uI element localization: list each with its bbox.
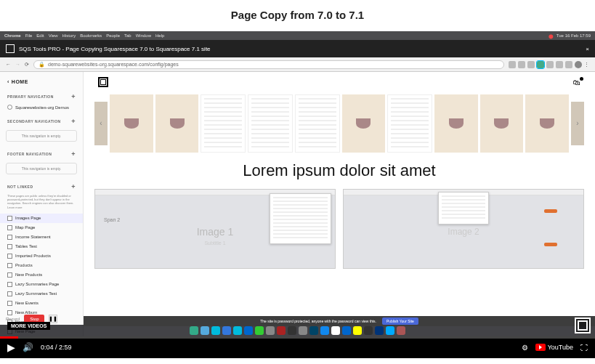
gallery-tile[interactable] <box>480 94 524 153</box>
gallery-tile[interactable] <box>248 94 293 153</box>
dock-app-icon[interactable] <box>309 326 318 335</box>
menubar-item[interactable]: File <box>25 33 33 38</box>
ext-icon[interactable] <box>565 61 572 68</box>
address-bar[interactable]: 🔒 demo-squarewebsites-org.squarespace.co… <box>33 60 504 69</box>
sidebar-item[interactable]: Imported Products <box>0 251 83 261</box>
dock-app-icon[interactable] <box>277 326 286 335</box>
dock-app-icon[interactable] <box>244 326 253 335</box>
banner-logo-icon <box>6 44 15 53</box>
publish-message: The site is password protected, anyone w… <box>260 319 376 323</box>
sidebar-item[interactable]: Products <box>0 261 83 270</box>
sidebar-section-secondary: SECONDARY NAVIGATION+ <box>0 112 83 127</box>
gallery-tile[interactable] <box>387 94 432 153</box>
page-icon <box>7 301 12 306</box>
gallery-next-icon[interactable]: › <box>571 102 584 145</box>
dock-app-icon[interactable] <box>299 326 307 335</box>
dock-app-icon[interactable] <box>255 326 264 335</box>
menubar-item[interactable]: Edit <box>36 33 44 38</box>
ext-icon[interactable] <box>509 61 516 68</box>
page-icon <box>7 216 12 221</box>
sidebar-note: These pages are public unless they're di… <box>0 193 83 214</box>
image-label: Image 1 <box>197 226 234 238</box>
dock-app-icon[interactable] <box>375 326 384 335</box>
sidebar-item[interactable]: New Products <box>0 270 83 280</box>
sidebar-section-primary: PRIMARY NAVIGATION+ <box>0 87 83 102</box>
page-heading: Page Copy from 7.0 to 7.1 <box>0 0 595 31</box>
play-button-icon[interactable]: ▶ <box>7 341 15 353</box>
sidebar-item[interactable]: Tables Test <box>0 242 83 251</box>
site-preview-canvas: 🛍 ‹ › <box>84 72 595 336</box>
gallery-tile[interactable] <box>342 94 386 153</box>
span-label: Span 2 <box>104 217 120 222</box>
menubar-item[interactable]: History <box>62 33 76 38</box>
dock-app-icon[interactable] <box>342 326 351 335</box>
nav-reload-icon[interactable]: ⟳ <box>25 62 29 68</box>
app-body: ‹HOME PRIMARY NAVIGATION+ Squarewebsites… <box>0 72 595 336</box>
cart-icon[interactable]: 🛍 <box>573 78 580 86</box>
more-videos-label[interactable]: MORE VIDEOS <box>7 322 50 330</box>
gallery-tile[interactable] <box>525 94 569 153</box>
dock-app-icon[interactable] <box>320 326 329 335</box>
site-logo-icon[interactable] <box>98 77 108 87</box>
menubar-item[interactable]: Tab <box>124 33 131 38</box>
dock-app-icon[interactable] <box>288 326 296 335</box>
page-icon <box>7 254 12 259</box>
dock-app-icon[interactable] <box>266 326 275 335</box>
add-page-icon[interactable]: + <box>71 183 76 190</box>
dock-app-icon[interactable] <box>386 326 394 335</box>
sidebar-item[interactable]: New Events <box>0 299 83 308</box>
add-page-icon[interactable]: + <box>71 150 76 158</box>
sidebar-item[interactable]: Images Page <box>0 214 83 223</box>
dock-app-icon[interactable] <box>222 326 231 335</box>
extension-popup[interactable] <box>270 193 331 244</box>
fullscreen-icon[interactable]: ⛶ <box>580 344 588 352</box>
image-label: Image 2 <box>448 227 479 237</box>
ext-icon[interactable] <box>527 61 535 68</box>
gallery-tile[interactable] <box>155 94 199 153</box>
settings-gear-icon[interactable]: ⚙ <box>522 344 528 352</box>
kebab-menu-icon[interactable]: ⋮ <box>584 62 589 68</box>
publish-button[interactable]: Publish Your Site <box>382 318 418 325</box>
menubar-item[interactable]: View <box>49 33 58 38</box>
add-page-icon[interactable]: + <box>71 118 76 125</box>
nav-back-icon[interactable]: ← <box>6 62 11 67</box>
progress-bar[interactable] <box>0 336 595 339</box>
sidebar-home[interactable]: ‹HOME <box>0 76 83 87</box>
sidebar-item[interactable]: Lazy Summaries Page <box>0 280 83 289</box>
banner-close-icon[interactable]: × <box>586 46 589 52</box>
dock-app-icon[interactable] <box>353 326 362 335</box>
menubar-item[interactable]: Window <box>136 33 151 38</box>
nav-forward-icon[interactable]: → <box>15 62 20 67</box>
sidebar-item[interactable]: Lazy Summaries Test <box>0 289 83 299</box>
menubar-item[interactable]: Help <box>155 33 164 38</box>
gallery-tile[interactable] <box>295 94 340 153</box>
dock-app-icon[interactable] <box>201 326 209 335</box>
menubar-clock: Tue 16 Feb 17:59 <box>556 33 591 38</box>
profile-avatar-icon[interactable] <box>575 61 582 68</box>
ext-icon[interactable] <box>546 61 554 68</box>
dock-app-icon[interactable] <box>233 326 242 335</box>
dock-app-icon[interactable] <box>364 326 373 335</box>
gallery-prev-icon[interactable]: ‹ <box>94 102 108 145</box>
dock-app-icon[interactable] <box>190 326 198 335</box>
add-page-icon[interactable]: + <box>71 93 76 100</box>
gallery-tile[interactable] <box>110 94 153 153</box>
menubar-item[interactable]: Bookmarks <box>80 33 102 38</box>
sidebar-item[interactable]: Income Statement <box>0 232 83 242</box>
sidebar-item[interactable]: Squarewebsites-org Demos <box>0 102 83 112</box>
gallery-tile[interactable] <box>434 94 478 153</box>
menubar-item[interactable]: People <box>106 33 120 38</box>
extension-popup[interactable] <box>438 192 489 225</box>
gallery-tile[interactable] <box>201 94 246 153</box>
ext-icon[interactable] <box>556 61 563 68</box>
dock-app-icon[interactable] <box>397 326 405 335</box>
dock-app-icon[interactable] <box>331 326 340 335</box>
channel-watermark-icon[interactable] <box>575 318 591 333</box>
sidebar-item[interactable]: Map Page <box>0 223 83 232</box>
ext-icon-active[interactable] <box>537 61 544 68</box>
volume-icon[interactable]: 🔊 <box>23 342 33 352</box>
youtube-logo-link[interactable]: YouTube <box>535 344 573 351</box>
dock-app-icon[interactable] <box>211 326 220 335</box>
subtitle-label: Subtitle 1 <box>204 240 225 246</box>
ext-icon[interactable] <box>518 61 525 68</box>
